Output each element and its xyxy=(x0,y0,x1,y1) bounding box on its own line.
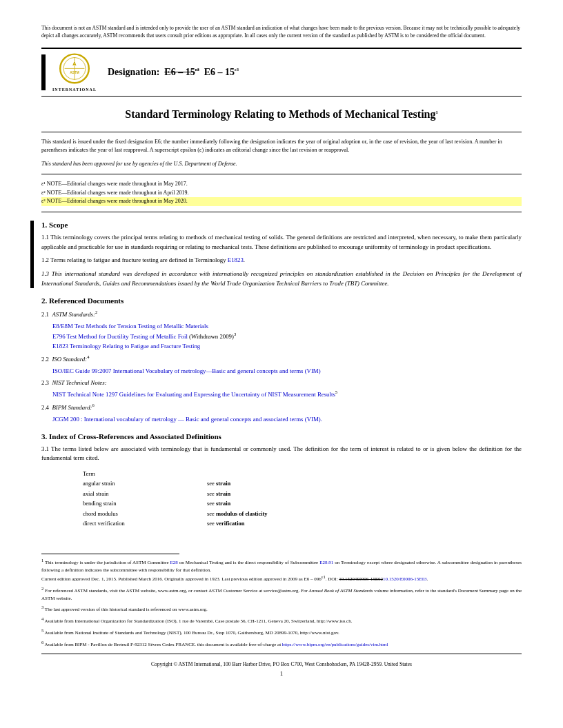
footnote-1: 1 This terminology is under the jurisdic… xyxy=(41,557,522,583)
page-number: 1 xyxy=(41,670,522,677)
logo-label: INTERNATIONAL xyxy=(52,88,97,92)
ref-21-sup: 2 xyxy=(95,310,97,314)
designation-sup: ε3 xyxy=(235,67,239,72)
divider-mid xyxy=(41,174,522,174)
footer-copyright: Copyright © ASTM International, 100 Barr… xyxy=(41,661,522,667)
divider-bottom xyxy=(41,212,522,212)
standard-note: This standard is issued under the fixed … xyxy=(41,138,522,154)
divider-top xyxy=(41,132,522,132)
footnote-6: 6 Available from BIPM - Pavillon de Bret… xyxy=(41,639,522,649)
ref-nist: NIST Technical Note 1297 Guidelines for … xyxy=(52,389,522,399)
ref-24-sup: 6 xyxy=(92,403,94,407)
designation-area: Designation: E6 – 15ε3 E6 – 15ε3 xyxy=(108,67,239,78)
scope-p1: 1.1 This terminology covers the principa… xyxy=(41,233,522,252)
term-angular-strain: angular strain xyxy=(83,478,179,488)
scope-heading: 1. Scope xyxy=(41,221,522,229)
ref-22-sup: 4 xyxy=(87,354,89,359)
designation-sup-strike: ε3 xyxy=(195,67,199,72)
section-scope: 1. Scope 1.1 This terminology covers the… xyxy=(41,221,522,288)
col-term-header: Term xyxy=(83,469,179,478)
link-nist[interactable]: NIST Technical Note 1297 xyxy=(52,391,118,398)
cross-ref-row-3: bending strain see strain xyxy=(83,498,522,508)
epsilon-notes: ε¹ NOTE—Editorial changes were made thro… xyxy=(41,180,522,206)
cross-ref-row-4: chord modulus see modulus of elasticity xyxy=(83,509,522,518)
title-text: Standard Terminology Relating to Methods… xyxy=(125,108,435,120)
ref-bipm: JCGM 200 : International vocabulary of m… xyxy=(52,414,522,424)
see-direct-verification: see verification xyxy=(207,518,245,528)
ref-23-heading: 2.3 NIST Technical Notes: xyxy=(41,378,522,388)
section-cross-references: 3. Index of Cross-References and Associa… xyxy=(41,432,522,529)
term-axial-strain: axial strain xyxy=(83,489,179,498)
designation-label: Designation: xyxy=(108,67,159,77)
link-e1823-scope[interactable]: E1823 xyxy=(228,256,244,263)
scope-p2: 1.2 Terms relating to fatigue and fractu… xyxy=(41,256,522,265)
section-referenced-documents: 2. Referenced Documents 2.1 ASTM Standar… xyxy=(41,296,522,423)
link-bipm-url[interactable]: https://www.bipm.org/en/publications/gui… xyxy=(282,642,388,647)
link-nist-text[interactable]: Guidelines for Evaluating and Expressing… xyxy=(118,391,335,398)
footnote-4: 4 Available from International Organizat… xyxy=(41,616,522,625)
cross-ref-p1: 3.1 The terms listed below are associate… xyxy=(41,445,522,463)
ref-e1823: E1823 Terminology Relating to Fatigue an… xyxy=(52,341,522,351)
logo-area: A ASTM INTERNATIONAL xyxy=(52,53,97,92)
see-axial-strain: see strain xyxy=(207,489,230,498)
scope-p3: 1.3 This international standard was deve… xyxy=(41,270,522,288)
designation-code-strike: E6 – 15 xyxy=(164,67,195,77)
see-chord-modulus: see modulus of elasticity xyxy=(207,509,268,518)
link-bipm[interactable]: JCGM 200 : International vocabulary of m… xyxy=(52,416,322,423)
ref-22-heading: 2.2 ISO Standard:4 xyxy=(41,354,522,365)
title-section: Standard Terminology Relating to Methods… xyxy=(41,108,522,122)
link-e8e8m[interactable]: E8/E8M xyxy=(52,323,73,330)
term-direct-verification: direct verification xyxy=(83,518,179,528)
link-e1823[interactable]: E1823 xyxy=(52,343,68,350)
link-e8e8m-text[interactable]: Test Methods for Tension Testing of Meta… xyxy=(73,323,208,330)
left-bar-scope xyxy=(30,221,34,288)
ref-nist-sup: 5 xyxy=(335,390,337,394)
epsilon-note-2: ε² NOTE—Editorial changes were made thro… xyxy=(41,189,522,198)
see-bending-strain: see strain xyxy=(207,498,230,508)
footnote-divider xyxy=(41,554,179,554)
cross-ref-header: Term xyxy=(83,469,522,478)
ref-21-heading: 2.1 ASTM Standards:2 xyxy=(41,309,522,320)
page: This document is not an ASTM standard an… xyxy=(0,0,563,728)
ref-e796: E796 Test Method for Ductility Testing o… xyxy=(52,331,522,341)
doi-strike: 10.1520/E0006-15E02 xyxy=(339,576,383,582)
designation-code: E6 – 15 xyxy=(204,67,235,77)
left-bar-header xyxy=(41,54,46,90)
link-e28[interactable]: E28 xyxy=(170,560,178,565)
footnote-3: 3 The last approved version of this hist… xyxy=(41,604,522,614)
term-chord-modulus: chord modulus xyxy=(83,509,179,518)
top-notice: This document is not an ASTM standard an… xyxy=(41,25,522,39)
footnotes-section: 1 This terminology is under the jurisdic… xyxy=(41,534,522,649)
cross-ref-heading: 3. Index of Cross-References and Associa… xyxy=(41,432,522,441)
link-iso[interactable]: ISO/IEC Guide 99:2007 xyxy=(52,367,112,374)
epsilon-note-3: ε³ NOTE—Editorial changes were made thro… xyxy=(41,197,522,206)
link-e796-text[interactable]: Test Method for Ductility Testing of Met… xyxy=(66,333,188,340)
cross-ref-row-1: angular strain see strain xyxy=(83,478,522,488)
ref-e796-sup: 3 xyxy=(234,332,236,336)
main-title: Standard Terminology Relating to Methods… xyxy=(41,108,522,122)
ref-iso: ISO/IEC Guide 99:2007 International Voca… xyxy=(52,366,522,376)
footnote-5: 5 Available from National Institute of S… xyxy=(41,627,522,637)
astm-logo: A ASTM xyxy=(58,53,91,86)
approved-note: This standard has been approved for use … xyxy=(41,160,522,168)
ref-docs-heading: 2. Referenced Documents xyxy=(41,296,522,305)
link-e2891[interactable]: E28.91 xyxy=(319,560,333,565)
cross-ref-row-5: direct verification see verification xyxy=(83,518,522,528)
header-row: A ASTM INTERNATIONAL Designation: E6 – 1… xyxy=(41,48,522,97)
link-e796[interactable]: E796 xyxy=(52,333,66,340)
page-footer: Copyright © ASTM International, 100 Barr… xyxy=(41,654,522,677)
cross-ref-table: Term angular strain see strain axial str… xyxy=(83,469,522,529)
term-bending-strain: bending strain xyxy=(83,498,179,508)
link-doi[interactable]: 10.1520/E0006-15E03 xyxy=(383,576,427,582)
cross-ref-row-2: axial strain see strain xyxy=(83,489,522,498)
ref-24-heading: 2.4 BIPM Standard:6 xyxy=(41,402,522,413)
see-angular-strain: see strain xyxy=(207,478,230,488)
link-iso-text[interactable]: International Vocabulary of metrology—Ba… xyxy=(112,367,321,374)
footnote-2: 2 For referenced ASTM standards, visit t… xyxy=(41,585,522,602)
ref-e8e8m: E8/E8M Test Methods for Tension Testing … xyxy=(52,321,522,331)
svg-text:ASTM: ASTM xyxy=(70,71,79,74)
title-sup: 1 xyxy=(436,110,438,114)
link-e1823-text[interactable]: Terminology Relating to Fatigue and Frac… xyxy=(68,343,200,350)
epsilon-note-1: ε¹ NOTE—Editorial changes were made thro… xyxy=(41,180,522,189)
